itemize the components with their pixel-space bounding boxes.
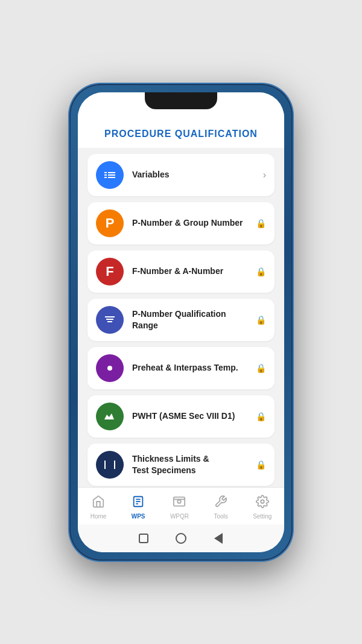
menu-item-variables[interactable]: Variables ›	[87, 154, 275, 196]
android-nav	[78, 524, 284, 552]
variables-label: Variables	[132, 169, 259, 180]
lock-icon-3: 🔒	[256, 315, 266, 325]
variables-icon	[96, 161, 124, 189]
svg-rect-7	[174, 497, 185, 506]
nav-item-wps[interactable]: WPS	[125, 493, 151, 522]
f-number-label: F-Number & A-Number	[132, 266, 252, 276]
setting-label: Setting	[253, 513, 272, 520]
phone-screen: PROCEDURE QUALIFICATION Variables ›	[78, 92, 284, 552]
thickness-icon	[96, 451, 124, 479]
preheat-icon	[96, 354, 124, 382]
lock-icon-2: 🔒	[256, 267, 266, 276]
pwht-icon	[96, 403, 124, 430]
wpqr-label: WPQR	[170, 513, 189, 520]
android-circle-btn[interactable]	[174, 532, 188, 545]
lock-icon-1: 🔒	[256, 218, 266, 228]
home-label: Home	[91, 513, 107, 520]
android-back-btn[interactable]	[212, 532, 225, 545]
lock-icon-4: 🔒	[256, 363, 266, 373]
wps-label: WPS	[132, 513, 145, 520]
p-number-icon: P	[96, 209, 124, 237]
menu-item-f-number[interactable]: F F-Number & A-Number 🔒	[87, 250, 275, 293]
p-range-icon	[96, 306, 124, 334]
notch	[145, 92, 217, 109]
wpqr-icon	[173, 495, 186, 511]
page-title: PROCEDURE QUALIFICATION	[78, 119, 284, 148]
menu-item-thickness[interactable]: Thickness Limits &Test Specimens 🔒	[87, 444, 275, 486]
preheat-label: Preheat & Interpass Temp.	[132, 362, 252, 373]
menu-item-p-number-group[interactable]: P P-Number & Group Number 🔒	[87, 202, 275, 244]
pwht-label: PWHT (ASME Sec VIII D1)	[132, 410, 252, 421]
p-number-group-label: P-Number & Group Number	[132, 217, 252, 228]
setting-icon	[256, 495, 269, 511]
menu-item-p-number-range[interactable]: P-Number Qualification Range 🔒	[87, 299, 275, 341]
home-icon	[92, 495, 105, 511]
tools-label: Tools	[214, 513, 227, 520]
bottom-nav: Home WPS	[78, 487, 284, 524]
p-number-range-label: P-Number Qualification Range	[132, 308, 252, 330]
phone-shell: PROCEDURE QUALIFICATION Variables ›	[69, 84, 293, 561]
nav-item-setting[interactable]: Setting	[247, 493, 278, 522]
nav-item-wpqr[interactable]: WPQR	[164, 493, 195, 522]
f-number-icon: F	[96, 258, 124, 285]
nav-item-tools[interactable]: Tools	[208, 493, 233, 522]
chevron-icon: ›	[263, 170, 266, 180]
menu-item-preheat[interactable]: Preheat & Interpass Temp. 🔒	[87, 347, 275, 389]
svg-point-9	[261, 500, 264, 503]
tools-icon	[214, 495, 227, 511]
thickness-label: Thickness Limits &Test Specimens	[132, 453, 252, 475]
svg-point-8	[178, 500, 182, 503]
lock-icon-6: 🔒	[256, 460, 266, 470]
svg-point-0	[107, 366, 112, 371]
android-square-btn[interactable]	[137, 532, 150, 545]
lock-icon-5: 🔒	[256, 412, 266, 421]
screen-content: PROCEDURE QUALIFICATION Variables ›	[78, 119, 284, 487]
nav-item-home[interactable]: Home	[84, 493, 113, 522]
menu-list: Variables › P P-Number & Group Number 🔒	[78, 148, 284, 487]
phone-wrapper: PROCEDURE QUALIFICATION Variables ›	[0, 0, 362, 644]
wps-icon	[132, 495, 145, 511]
menu-item-pwht[interactable]: PWHT (ASME Sec VIII D1) 🔒	[87, 395, 275, 438]
